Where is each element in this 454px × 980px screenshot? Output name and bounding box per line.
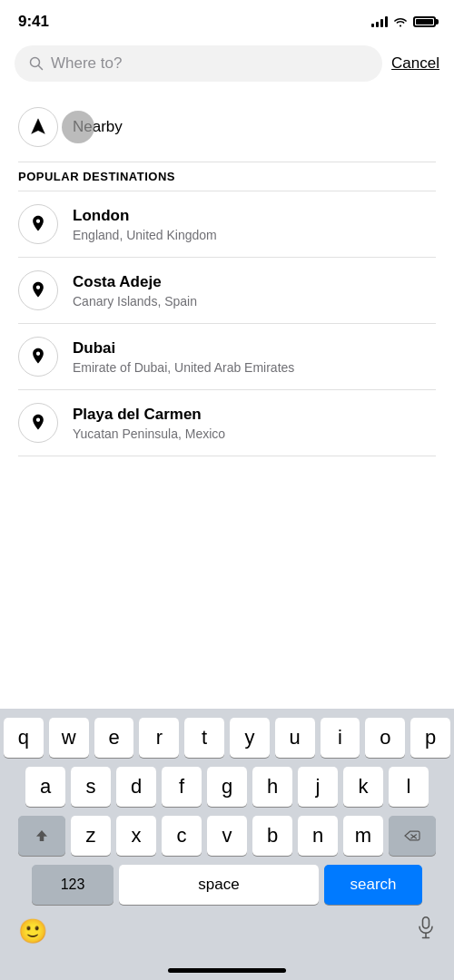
destination-row-costa-adeje[interactable]: Costa Adeje Canary Islands, Spain <box>0 258 454 323</box>
keyboard-row-2: a s d f g h j k l <box>4 767 450 807</box>
keyboard: q w e r t y u i o p a s d f g h j k l <box>0 709 454 980</box>
search-bar-container: Where to? Cancel <box>0 38 454 93</box>
key-a[interactable]: a <box>25 767 65 807</box>
home-indicator <box>168 968 286 973</box>
key-v[interactable]: v <box>207 816 247 856</box>
key-b[interactable]: b <box>252 816 292 856</box>
battery-icon <box>413 16 436 27</box>
popular-destinations-header: POPULAR DESTINATIONS <box>0 162 454 191</box>
nearby-ripple <box>62 111 94 143</box>
key-k[interactable]: k <box>343 767 383 807</box>
nearby-icon-circle <box>18 107 58 147</box>
keyboard-row-1: q w e r t y u i o p <box>4 718 450 758</box>
search-input-wrapper[interactable]: Where to? <box>15 45 382 82</box>
status-icons <box>371 16 436 27</box>
keyboard-row-3: z x c v b n m <box>4 816 450 856</box>
dest-sub-costa-adeje: Canary Islands, Spain <box>73 294 436 309</box>
dest-name-dubai: Dubai <box>73 338 436 358</box>
shift-key[interactable] <box>18 816 65 856</box>
cancel-button[interactable]: Cancel <box>391 54 439 73</box>
keyboard-rows: q w e r t y u i o p a s d f g h j k l <box>0 709 454 908</box>
status-bar: 9:41 <box>0 0 454 38</box>
key-y[interactable]: y <box>230 718 270 758</box>
emoji-icon[interactable]: 🙂 <box>18 917 47 946</box>
key-x[interactable]: x <box>116 816 156 856</box>
key-d[interactable]: d <box>116 767 156 807</box>
dest-text-london: London England, United Kingdom <box>73 206 436 242</box>
microphone-icon[interactable] <box>416 916 436 946</box>
dest-sub-dubai: Emirate of Dubai, United Arab Emirates <box>73 360 436 375</box>
nearby-row[interactable]: Nearby <box>0 93 454 162</box>
key-j[interactable]: j <box>298 767 338 807</box>
destination-row-london[interactable]: London England, United Kingdom <box>0 191 454 257</box>
status-time: 9:41 <box>18 13 49 31</box>
keyboard-row-4: 123 space search <box>4 865 450 905</box>
key-t[interactable]: t <box>184 718 224 758</box>
svg-rect-4 <box>423 917 429 928</box>
key-i[interactable]: i <box>321 718 360 758</box>
dest-name-london: London <box>73 206 436 226</box>
key-s[interactable]: s <box>71 767 111 807</box>
key-z[interactable]: z <box>71 816 111 856</box>
content-area: Nearby POPULAR DESTINATIONS London Engla… <box>0 93 454 456</box>
key-p[interactable]: p <box>410 718 450 758</box>
key-w[interactable]: w <box>49 718 89 758</box>
key-q[interactable]: q <box>4 718 44 758</box>
key-g[interactable]: g <box>207 767 247 807</box>
numbers-key[interactable]: 123 <box>32 865 114 905</box>
dest-text-dubai: Dubai Emirate of Dubai, United Arab Emir… <box>73 338 436 375</box>
wifi-icon <box>393 16 408 27</box>
location-icon-london <box>18 204 58 244</box>
key-o[interactable]: o <box>365 718 405 758</box>
location-icon-dubai <box>18 337 58 377</box>
dest-text-playa-del-carmen: Playa del Carmen Yucatan Peninsula, Mexi… <box>73 405 436 441</box>
search-placeholder: Where to? <box>51 54 122 73</box>
backspace-key[interactable] <box>389 816 436 856</box>
location-icon-costa-adeje <box>18 270 58 310</box>
dest-name-costa-adeje: Costa Adeje <box>73 272 436 292</box>
key-f[interactable]: f <box>162 767 202 807</box>
key-u[interactable]: u <box>275 718 315 758</box>
signal-icon <box>371 16 388 27</box>
svg-line-1 <box>39 66 43 70</box>
key-l[interactable]: l <box>389 767 429 807</box>
key-e[interactable]: e <box>94 718 134 758</box>
search-key[interactable]: search <box>324 865 422 905</box>
keyboard-bottom-bar: 🙂 <box>0 908 454 965</box>
key-n[interactable]: n <box>298 816 338 856</box>
destination-row-playa-del-carmen[interactable]: Playa del Carmen Yucatan Peninsula, Mexi… <box>0 390 454 456</box>
dest-name-playa-del-carmen: Playa del Carmen <box>73 405 436 425</box>
location-icon-playa-del-carmen <box>18 403 58 443</box>
divider-4 <box>18 456 436 456</box>
search-icon <box>29 56 44 71</box>
dest-sub-london: England, United Kingdom <box>73 228 436 242</box>
key-h[interactable]: h <box>252 767 292 807</box>
space-key[interactable]: space <box>119 865 319 905</box>
key-c[interactable]: c <box>162 816 202 856</box>
destination-row-dubai[interactable]: Dubai Emirate of Dubai, United Arab Emir… <box>0 324 454 389</box>
key-r[interactable]: r <box>139 718 179 758</box>
key-m[interactable]: m <box>343 816 383 856</box>
navigation-icon <box>28 117 48 137</box>
dest-sub-playa-del-carmen: Yucatan Peninsula, Mexico <box>73 426 436 441</box>
dest-text-costa-adeje: Costa Adeje Canary Islands, Spain <box>73 272 436 309</box>
